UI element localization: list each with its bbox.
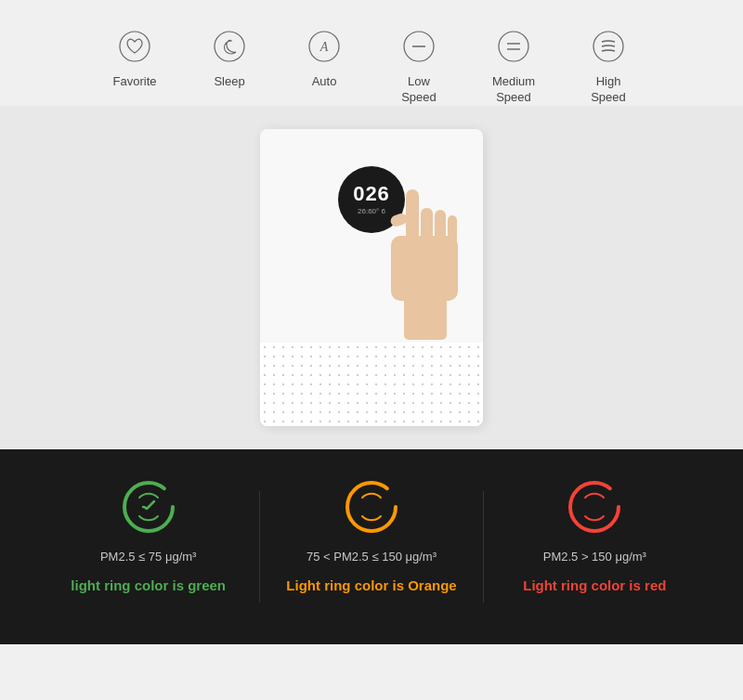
display-value: 026 — [353, 184, 390, 204]
green-pm-condition: PM2.5 ≤ 75 μg/m³ — [100, 548, 197, 566]
svg-point-0 — [120, 32, 150, 61]
favorite-icon — [114, 26, 155, 67]
pm-red-item: PM2.5 > 150 μg/m³ Light ring color is re… — [484, 477, 706, 595]
low-speed-icon — [398, 26, 439, 67]
mode-sleep[interactable]: Sleep — [197, 26, 262, 90]
medium-speed-label: MediumSpeed — [492, 74, 535, 106]
display-sub: 26:60° 6 — [358, 207, 385, 215]
orange-pm-condition: 75 < PM2.5 ≤ 150 μg/m³ — [306, 548, 437, 566]
svg-point-1 — [215, 32, 244, 61]
device-grid — [260, 343, 483, 426]
auto-icon: A — [304, 26, 345, 67]
medium-speed-icon — [493, 26, 534, 67]
mode-favorite[interactable]: Favorite — [102, 26, 167, 90]
pm-green-item: PM2.5 ≤ 75 μg/m³ light ring color is gre… — [37, 477, 259, 595]
red-ring-icon — [565, 477, 624, 537]
svg-point-18 — [347, 483, 396, 531]
green-ring-icon — [119, 477, 178, 537]
low-speed-label: LowSpeed — [401, 74, 437, 106]
high-speed-label: HighSpeed — [591, 74, 626, 106]
mode-medium-speed[interactable]: MediumSpeed — [481, 26, 546, 106]
bottom-section: PM2.5 ≤ 75 μg/m³ light ring color is gre… — [0, 449, 743, 644]
mode-icons-row: Favorite Sleep A Auto — [102, 26, 641, 106]
orange-pm-result: Light ring color is Orange — [286, 577, 456, 595]
device-card: 026 26:60° 6 — [260, 129, 483, 426]
device-section: 026 26:60° 6 — [0, 106, 743, 449]
favorite-label: Favorite — [113, 74, 157, 90]
sleep-label: Sleep — [214, 74, 244, 90]
mode-high-speed[interactable]: HighSpeed — [576, 26, 641, 106]
red-pm-result: Light ring color is red — [523, 577, 666, 595]
sleep-icon — [209, 26, 250, 67]
svg-point-19 — [570, 483, 619, 531]
red-pm-condition: PM2.5 > 150 μg/m³ — [543, 548, 646, 566]
svg-text:A: A — [319, 40, 329, 54]
grid-dots-pattern — [260, 343, 483, 426]
device-display[interactable]: 026 26:60° 6 — [338, 166, 405, 233]
mode-low-speed[interactable]: LowSpeed — [386, 26, 451, 106]
high-speed-icon — [588, 26, 629, 67]
orange-ring-icon — [342, 477, 401, 537]
auto-label: Auto — [312, 74, 337, 90]
svg-point-9 — [593, 32, 623, 61]
pm-orange-item: 75 < PM2.5 ≤ 150 μg/m³ Light ring color … — [260, 477, 482, 595]
top-section: Favorite Sleep A Auto — [0, 0, 743, 106]
svg-point-6 — [499, 32, 528, 61]
green-pm-result: light ring color is green — [71, 577, 226, 595]
mode-auto[interactable]: A Auto — [292, 26, 357, 90]
